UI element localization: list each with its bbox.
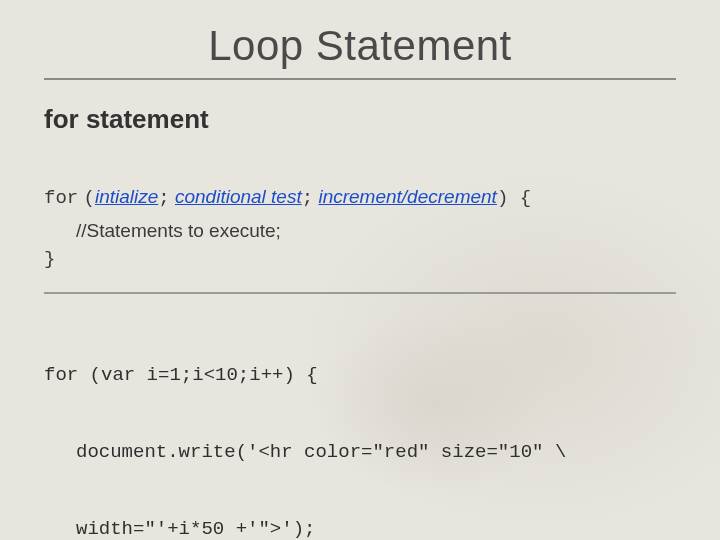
sep-1: ; <box>158 187 169 209</box>
keyword-for: for <box>44 187 78 209</box>
subheading: for statement <box>44 104 676 135</box>
close-brace-1: } <box>44 246 676 274</box>
open-paren: ( <box>84 187 95 209</box>
mid-divider <box>44 292 676 294</box>
content-area: for (intialize; conditional test; increm… <box>44 183 676 540</box>
slide-title: Loop Statement <box>44 22 676 78</box>
slide: Loop Statement for statement for (intial… <box>0 0 720 540</box>
param-increment-decrement: increment/decrement <box>318 186 496 207</box>
param-conditional-test: conditional test <box>175 186 302 207</box>
code-line-2b: width="'+i*50 +'">'); <box>76 517 676 540</box>
sep-2: ; <box>302 187 313 209</box>
code-line-1: for (var i=1;i<10;i++) { <box>44 363 676 389</box>
code-example: for (var i=1;i<10;i++) { document.write(… <box>44 312 676 540</box>
for-syntax-line: for (intialize; conditional test; increm… <box>44 183 676 213</box>
comment-line: //Statements to execute; <box>76 217 676 245</box>
close-paren-brace: ) { <box>497 187 531 209</box>
param-initialize: intialize <box>95 186 158 207</box>
code-line-2a: document.write('<hr color="red" size="10… <box>76 440 676 466</box>
title-divider <box>44 78 676 80</box>
